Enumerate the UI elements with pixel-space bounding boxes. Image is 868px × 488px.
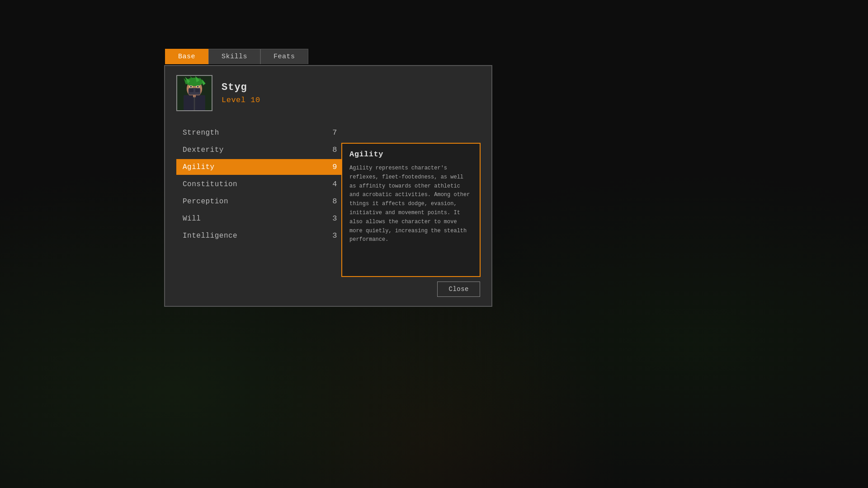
character-name: Styg — [222, 82, 260, 93]
stat-name-agility: Agility — [183, 163, 215, 171]
stat-row-perception[interactable]: Perception 8 — [176, 193, 344, 209]
svg-rect-19 — [196, 95, 205, 110]
stat-value-constitution: 4 — [332, 180, 337, 188]
stat-name-constitution: Constitution — [183, 180, 237, 188]
svg-rect-18 — [184, 95, 193, 110]
tab-feats[interactable]: Feats — [260, 49, 308, 64]
tab-base[interactable]: Base — [165, 49, 208, 64]
stat-row-will[interactable]: Will 3 — [176, 211, 344, 226]
stat-name-dexterity: Dexterity — [183, 146, 224, 154]
character-name-block: Styg Level 10 — [222, 82, 260, 104]
stat-name-will: Will — [183, 215, 201, 223]
stat-value-agility: 9 — [332, 163, 337, 171]
description-panel: Agility Agility represents character's r… — [341, 143, 481, 277]
stat-value-intelligence: 3 — [332, 231, 337, 240]
stat-value-perception: 8 — [332, 197, 337, 206]
avatar — [176, 75, 212, 111]
svg-point-16 — [190, 86, 192, 88]
stat-row-intelligence[interactable]: Intelligence 3 — [176, 228, 344, 244]
svg-rect-13 — [195, 89, 200, 93]
stat-name-intelligence: Intelligence — [183, 232, 237, 240]
close-button[interactable]: Close — [437, 282, 480, 297]
stat-value-strength: 7 — [332, 128, 337, 137]
stat-name-strength: Strength — [183, 129, 219, 137]
description-title: Agility — [349, 150, 472, 159]
svg-rect-12 — [189, 89, 194, 93]
stat-value-will: 3 — [332, 214, 337, 223]
stat-value-dexterity: 8 — [332, 145, 337, 154]
tab-skills[interactable]: Skills — [208, 49, 260, 64]
stat-name-perception: Perception — [183, 197, 228, 206]
stats-list: Strength 7 Dexterity 8 Agility 9 Constit… — [176, 125, 344, 244]
stat-row-agility[interactable]: Agility 9 — [176, 159, 344, 175]
tab-bar: Base Skills Feats — [165, 49, 308, 64]
character-level: Level 10 — [222, 96, 260, 104]
stat-row-constitution[interactable]: Constitution 4 — [176, 176, 344, 192]
description-text: Agility represents character's reflexes,… — [349, 164, 472, 244]
character-info: Styg Level 10 — [176, 75, 480, 111]
stat-row-strength[interactable]: Strength 7 — [176, 125, 344, 141]
svg-point-17 — [197, 86, 199, 88]
stat-row-dexterity[interactable]: Dexterity 8 — [176, 142, 344, 158]
